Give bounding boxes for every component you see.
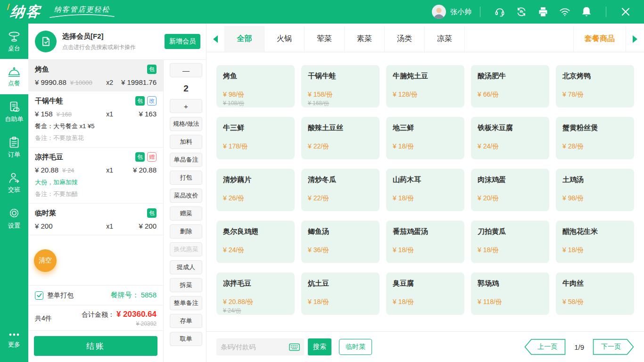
product-price: ¥ 20/份 bbox=[478, 194, 499, 203]
order-item-name: 干锅牛蛙 bbox=[35, 97, 63, 106]
close-icon[interactable] bbox=[620, 6, 631, 17]
qty-minus-button[interactable]: — bbox=[170, 63, 202, 77]
product-card[interactable]: 土鸡汤¥ 98/份 bbox=[556, 169, 634, 211]
product-card[interactable]: 牛肉丝¥ 58/份 bbox=[556, 272, 634, 315]
order-item[interactable]: 凉拌毛豆包赠¥ 20.88¥ 24x1¥ 20.88大份，加麻加辣备注：不要加醋 bbox=[28, 148, 163, 204]
product-name: 干锅牛蛙 bbox=[308, 72, 373, 81]
sidebar-item-more[interactable]: 更多 bbox=[0, 322, 28, 357]
order-note-button[interactable]: 整单备注 bbox=[170, 296, 202, 310]
product-card[interactable]: 鲫鱼汤¥ 36/份 bbox=[301, 221, 380, 263]
product-name: 土鸡汤 bbox=[562, 175, 627, 184]
product-card[interactable]: 臭豆腐¥ 18/份 bbox=[386, 272, 464, 315]
keyboard-icon[interactable] bbox=[289, 343, 300, 351]
sidebar-item-shift[interactable]: 交班 bbox=[0, 165, 28, 200]
avatar[interactable] bbox=[432, 5, 446, 19]
printer-icon[interactable] bbox=[537, 6, 549, 17]
next-page-button[interactable]: 下一页 bbox=[593, 339, 634, 355]
tabs-scroll-right-button[interactable] bbox=[626, 26, 644, 52]
product-card[interactable]: 清炒冬瓜¥ 22/份 bbox=[301, 169, 380, 211]
cloud-sync-icon[interactable] bbox=[516, 6, 527, 17]
tab-all[interactable]: 全部 bbox=[224, 26, 264, 52]
commission-button[interactable]: 提成人 bbox=[170, 260, 202, 274]
add-ingredient-button[interactable]: 加料 bbox=[170, 135, 202, 149]
barcode-input[interactable] bbox=[221, 343, 286, 351]
product-name: 牛肉丝 bbox=[562, 279, 627, 288]
product-card[interactable]: 酸辣土豆丝¥ 22/份 bbox=[301, 117, 380, 159]
product-price: ¥ 18/份 bbox=[308, 298, 329, 306]
checkout-button[interactable]: 结账 bbox=[34, 336, 157, 356]
wifi-icon[interactable] bbox=[559, 6, 570, 17]
product-price: ¥ 18/份 bbox=[393, 298, 414, 306]
change-price-button[interactable]: 菜品改价 bbox=[170, 189, 202, 203]
tab-soup[interactable]: 汤类 bbox=[385, 26, 425, 52]
sidebar-item-label: 订单 bbox=[8, 150, 20, 159]
category-tabbar: 全部火锅荤菜素菜汤类凉菜 套餐商品 bbox=[206, 26, 644, 52]
sidebar-item-selfhelp[interactable]: 自助单 bbox=[0, 94, 28, 130]
product-card[interactable]: 奥尔良鸡翅¥ 24/份 bbox=[216, 221, 295, 263]
product-old-price: ¥ 24/份 bbox=[223, 307, 241, 315]
product-card[interactable]: 铁板米豆腐¥ 24/份 bbox=[471, 117, 549, 159]
sidebar-item-tables[interactable]: 桌台 bbox=[0, 24, 28, 59]
order-item-note: 备注：不要加醋 bbox=[35, 190, 157, 198]
product-card[interactable]: 炕土豆¥ 18/份 bbox=[301, 272, 380, 315]
delete-button[interactable]: 删除 bbox=[170, 224, 202, 239]
total-amount: 合计金额：¥ 20360.64 bbox=[82, 310, 157, 319]
spec-method-button[interactable]: 规格/做法 bbox=[170, 117, 202, 131]
pack-whole-order-checkbox[interactable] bbox=[35, 291, 43, 300]
item-note-button[interactable]: 单品备注 bbox=[170, 153, 202, 167]
order-item[interactable]: 临时菜包¥ 200x1¥ 200 bbox=[28, 204, 163, 235]
product-price: ¥ 18/份 bbox=[478, 246, 499, 255]
product-price: ¥ 118/份 bbox=[478, 298, 502, 306]
member-subtitle: 点击进行会员搜索或刷卡操作 bbox=[62, 43, 136, 51]
product-card[interactable]: 山药木耳¥ 18/份 bbox=[386, 169, 464, 211]
product-card[interactable]: 牛三鲜¥ 178/份 bbox=[216, 117, 295, 159]
product-name: 鲫鱼汤 bbox=[308, 227, 373, 236]
product-name: 凉拌毛豆 bbox=[223, 279, 288, 288]
sidebar-item-settings[interactable]: 设置 bbox=[0, 200, 28, 236]
prev-page-button[interactable]: 上一页 bbox=[524, 339, 566, 355]
tab-cold[interactable]: 凉菜 bbox=[425, 26, 465, 52]
product-price: ¥ 98/份 bbox=[562, 194, 584, 203]
add-member-button[interactable]: 新增会员 bbox=[165, 34, 200, 49]
bell-icon[interactable] bbox=[581, 6, 592, 17]
order-item[interactable]: 烤鱼包¥ 9990.88¥ 10000x2¥ 19981.76 bbox=[28, 60, 163, 91]
table-icon bbox=[8, 30, 21, 42]
product-card[interactable]: 郭场鸡¥ 118/份 bbox=[471, 272, 549, 315]
product-price: ¥ 178/份 bbox=[223, 142, 248, 151]
gift-dish-button[interactable]: 赠菜 bbox=[170, 206, 202, 221]
product-card[interactable]: 清炒藕片¥ 26/份 bbox=[216, 169, 295, 211]
product-card[interactable]: 北京烤鸭¥ 78/份 bbox=[556, 65, 634, 107]
temp-dish-button[interactable]: 临时菜 bbox=[339, 339, 372, 355]
tab-meat[interactable]: 荤菜 bbox=[305, 26, 345, 52]
save-order-button[interactable]: 存单 bbox=[170, 314, 202, 328]
search-button[interactable]: 搜索 bbox=[308, 338, 331, 355]
chevron-left-icon bbox=[213, 35, 218, 43]
retrieve-order-button[interactable]: 取单 bbox=[170, 332, 202, 346]
order-item[interactable]: 干锅牛蛙包改¥ 158¥ 168x1¥ 163餐盒：大号餐盒 x1 ¥5备注：不… bbox=[28, 91, 163, 148]
pack-button[interactable]: 打包 bbox=[170, 171, 202, 185]
product-card[interactable]: 刀拍黄瓜¥ 18/份 bbox=[471, 221, 549, 263]
product-card[interactable]: 干锅牛蛙¥ 158/份¥ 168/份 bbox=[301, 65, 380, 107]
tabs-scroll-left-button[interactable] bbox=[206, 26, 224, 52]
product-card[interactable]: 烤鱼¥ 98/份¥ 108/份 bbox=[216, 65, 295, 107]
product-card[interactable]: 肉沫鸡蛋¥ 20/份 bbox=[471, 169, 549, 211]
product-card[interactable]: 醋泡花生米¥ 18/份 bbox=[556, 221, 634, 263]
product-card[interactable]: 地三鲜¥ 18/份 bbox=[386, 117, 464, 159]
product-card[interactable]: 番茄鸡蛋汤¥ 18/份 bbox=[386, 221, 464, 263]
tab-hotpot[interactable]: 火锅 bbox=[264, 26, 305, 52]
split-dish-button[interactable]: 拆菜 bbox=[170, 278, 202, 292]
order-item-name: 临时菜 bbox=[35, 209, 56, 218]
topbar: /纳客 纳客管店更轻松 张小帅 bbox=[0, 0, 644, 24]
sidebar-item-dine[interactable]: 点餐 bbox=[0, 59, 28, 94]
tab-vegetable[interactable]: 素菜 bbox=[345, 26, 385, 52]
tab-combo-products[interactable]: 套餐商品 bbox=[573, 26, 626, 52]
member-header[interactable]: 选择会员[F2] 点击进行会员搜索或刷卡操作 新增会员 bbox=[28, 24, 206, 60]
product-card[interactable]: 牛腩炖土豆¥ 128/份 bbox=[386, 65, 464, 107]
product-card[interactable]: 蟹黄粉丝煲¥ 28/份 bbox=[556, 117, 634, 159]
qty-plus-button[interactable]: + bbox=[170, 99, 202, 113]
support-icon[interactable] bbox=[494, 6, 505, 17]
product-card[interactable]: 酸汤肥牛¥ 66/份 bbox=[471, 65, 549, 107]
clear-order-button[interactable]: 清空 bbox=[34, 249, 57, 272]
product-card[interactable]: 凉拌毛豆¥ 20.88/份¥ 24/份 bbox=[216, 272, 295, 315]
sidebar-item-orders[interactable]: 订单 bbox=[0, 130, 28, 165]
